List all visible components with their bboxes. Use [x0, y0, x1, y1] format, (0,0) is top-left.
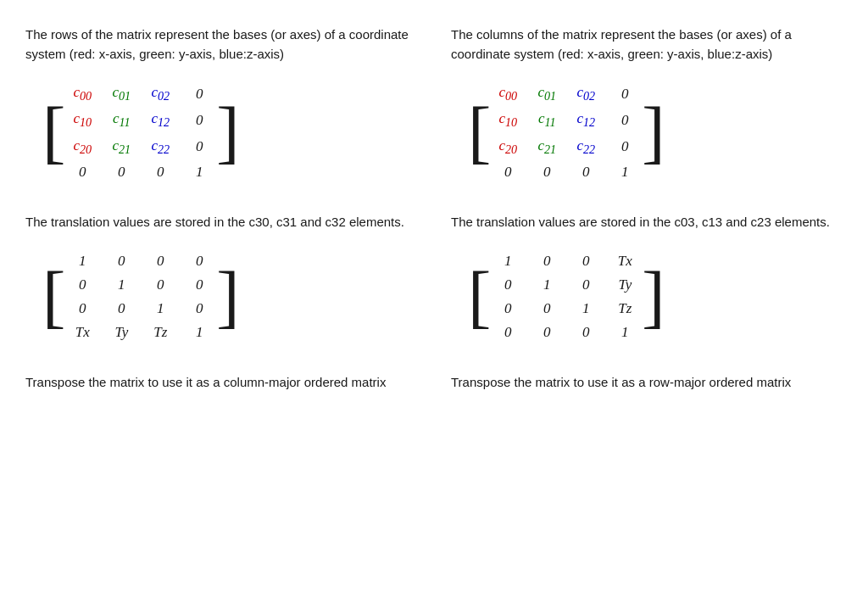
- right-matrix-1: [ c00 c01 c02 0 c10 c11 c12 0 c20 c21 c2…: [468, 79, 843, 186]
- bracket-right-2: ]: [216, 262, 239, 332]
- bracket-left-2: [: [42, 262, 65, 332]
- cell-1-m2r4c4: 1: [189, 324, 209, 341]
- cell-c11-r1: c11: [537, 110, 557, 130]
- left-desc-2: The translation values are stored in the…: [25, 213, 417, 232]
- matrix-grid-2: 1 0 0 0 0 1 0 0 0 0 1 0 Tx Ty: [65, 248, 216, 346]
- page-layout: The rows of the matrix represent the bas…: [25, 25, 843, 419]
- cell-1-rm2r1c1: 1: [498, 253, 518, 270]
- right-matrix-2: [ 1 0 0 Tx 0 1 0 Ty 0 0 1 Tz: [468, 248, 843, 346]
- cell-tx-m2: Tx: [72, 324, 92, 341]
- matrix-grid-r1: c00 c01 c02 0 c10 c11 c12 0 c20 c21 c22 …: [491, 79, 642, 186]
- cell-c21-r1: c21: [537, 137, 557, 157]
- cell-c20-r1: c20: [498, 137, 518, 157]
- cell-0-m2r2c3: 0: [150, 276, 170, 293]
- left-section-3: Transpose the matrix to use it as a colu…: [25, 373, 417, 393]
- cell-1-m2r3c3: 1: [150, 300, 170, 317]
- cell-c01-1: c01: [111, 84, 131, 103]
- left-section-1: The rows of the matrix represent the bas…: [25, 25, 417, 186]
- cell-0-m2r1c3: 0: [150, 253, 170, 270]
- left-column: The rows of the matrix represent the bas…: [25, 25, 417, 419]
- cell-c12-1: c12: [150, 110, 170, 130]
- cell-c22-r1: c22: [576, 137, 596, 157]
- cell-0-r2-1: 0: [189, 112, 209, 129]
- bracket-right-rm2: ]: [642, 262, 665, 332]
- cell-c02-1: c02: [150, 84, 170, 103]
- cell-0-m2r3c4: 0: [189, 300, 209, 317]
- cell-0-r4c2-1: 0: [111, 164, 131, 181]
- cell-0-rm2r2c1: 0: [498, 276, 518, 293]
- cell-0-rm2r2c3: 0: [576, 276, 596, 293]
- cell-c11-1: c11: [111, 110, 131, 130]
- cell-ty-m2: Ty: [111, 324, 131, 341]
- bracket-left-r1: [: [468, 98, 491, 167]
- right-section-2: The translation values are stored in the…: [451, 213, 843, 346]
- cell-c12-r1: c12: [576, 110, 596, 130]
- left-matrix-2: [ 1 0 0 0 0 1 0 0 0 0 1 0: [42, 248, 417, 346]
- cell-c21-1: c21: [111, 137, 131, 157]
- cell-0-r4c3-r: 0: [576, 164, 596, 181]
- cell-c10-r1: c10: [498, 110, 518, 130]
- cell-1-m2r1c1: 1: [72, 253, 92, 270]
- left-section-2: The translation values are stored in the…: [25, 213, 417, 346]
- cell-0-r1c4-r: 0: [615, 86, 635, 103]
- right-desc-1: The columns of the matrix represent the …: [451, 25, 843, 64]
- cell-c10-1: c10: [72, 110, 92, 130]
- cell-0-r2c4-r: 0: [615, 112, 635, 129]
- cell-0-rm2r1c2: 0: [537, 253, 557, 270]
- cell-0-m2r3c1: 0: [72, 300, 92, 317]
- cell-c20-1: c20: [72, 137, 92, 157]
- cell-0-m2r2c4: 0: [189, 276, 209, 293]
- right-column: The columns of the matrix represent the …: [451, 25, 843, 419]
- cell-0-rm2r3c1: 0: [498, 300, 518, 317]
- cell-c01-r1: c01: [537, 84, 557, 103]
- cell-1-r4-1: 1: [189, 164, 209, 181]
- cell-tx-rm2: Tx: [615, 253, 635, 270]
- cell-0-r4c1-1: 0: [72, 164, 92, 181]
- right-section-3: Transpose the matrix to use it as a row-…: [451, 373, 843, 393]
- bracket-left-1: [: [42, 98, 65, 167]
- cell-0-rm2r4c1: 0: [498, 324, 518, 341]
- cell-0-r1-1: 0: [189, 86, 209, 103]
- cell-0-r4c1-r: 0: [498, 164, 518, 181]
- cell-0-r3c4-r: 0: [615, 138, 635, 155]
- cell-tz-rm2: Tz: [615, 300, 635, 317]
- cell-0-r3-1: 0: [189, 138, 209, 155]
- cell-0-rm2r1c3: 0: [576, 253, 596, 270]
- right-section-1: The columns of the matrix represent the …: [451, 25, 843, 186]
- left-matrix-1: [ c00 c01 c02 0 c10 c11 c12 0 c20 c21 c2…: [42, 79, 417, 186]
- bracket-right-1: ]: [216, 98, 239, 167]
- cell-0-m2r3c2: 0: [111, 300, 131, 317]
- left-desc-3: Transpose the matrix to use it as a colu…: [25, 373, 417, 393]
- bracket-left-rm2: [: [468, 262, 491, 332]
- cell-0-r4c3-1: 0: [150, 164, 170, 181]
- cell-0-rm2r4c3: 0: [576, 324, 596, 341]
- bracket-right-r1: ]: [642, 98, 665, 167]
- cell-0-rm2r3c2: 0: [537, 300, 557, 317]
- cell-1-r4c4-r: 1: [615, 164, 635, 181]
- cell-0-rm2r4c2: 0: [537, 324, 557, 341]
- left-desc-1: The rows of the matrix represent the bas…: [25, 25, 417, 64]
- cell-1-m2r2c2: 1: [111, 276, 131, 293]
- cell-1-rm2r3c3: 1: [576, 300, 596, 317]
- cell-0-m2r1c2: 0: [111, 253, 131, 270]
- cell-c02-r1: c02: [576, 84, 596, 103]
- cell-ty-rm2: Ty: [615, 276, 635, 293]
- cell-c22-1: c22: [150, 137, 170, 157]
- matrix-grid-1: c00 c01 c02 0 c10 c11 c12 0 c20 c21 c22 …: [65, 79, 216, 186]
- cell-1-rm2r4c4: 1: [615, 324, 635, 341]
- right-desc-2: The translation values are stored in the…: [451, 213, 843, 232]
- matrix-grid-rm2: 1 0 0 Tx 0 1 0 Ty 0 0 1 Tz 0 0: [491, 248, 642, 346]
- cell-c00-r1: c00: [498, 84, 518, 103]
- cell-tz-m2: Tz: [150, 324, 170, 341]
- cell-0-m2r2c1: 0: [72, 276, 92, 293]
- cell-c00-1: c00: [72, 84, 92, 103]
- right-desc-3: Transpose the matrix to use it as a row-…: [451, 373, 843, 393]
- cell-0-m2r1c4: 0: [189, 253, 209, 270]
- cell-0-r4c2-r: 0: [537, 164, 557, 181]
- cell-1-rm2r2c2: 1: [537, 276, 557, 293]
